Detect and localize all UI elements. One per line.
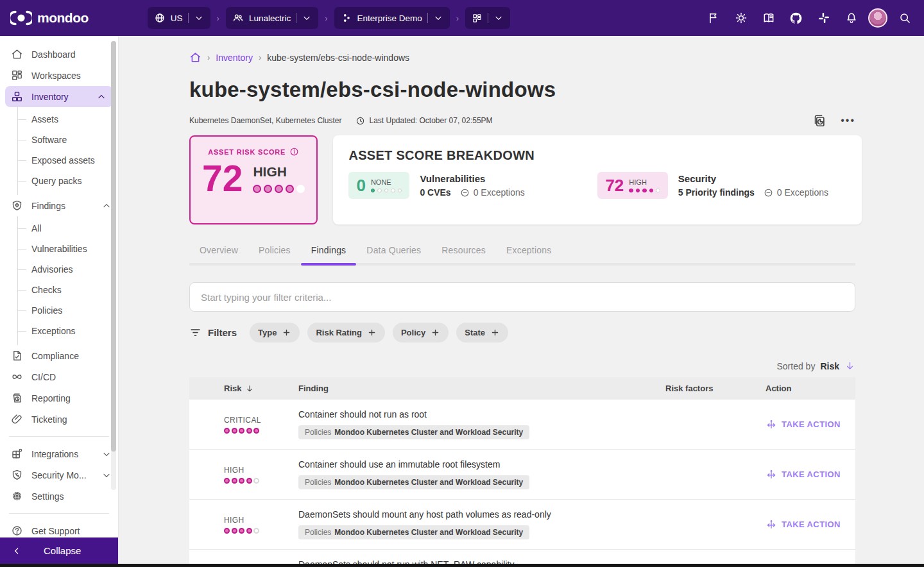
sidebar-item-ci-cd[interactable]: CI/CD <box>0 366 118 387</box>
sidebar-item-compliance[interactable]: Compliance <box>0 345 118 366</box>
home-icon[interactable] <box>189 51 201 63</box>
sidebar-collapse-button[interactable]: Collapse <box>0 537 119 564</box>
take-action-button[interactable]: TAKE ACTION <box>766 519 855 530</box>
filter-icon <box>189 326 201 339</box>
scope-separator: › <box>216 13 221 23</box>
sidebar-item-ticketing[interactable]: Ticketing <box>0 409 118 430</box>
sun-icon <box>735 12 748 24</box>
sidebar-subitem-query-packs[interactable]: Query packs <box>18 171 118 191</box>
sun-button[interactable] <box>730 8 751 29</box>
sidebar-subitem-exposed-assets[interactable]: Exposed assets <box>18 150 118 171</box>
sidebar-subitem-policies[interactable]: Policies <box>18 300 118 321</box>
sorted-by-label: Sorted by <box>776 361 815 371</box>
settings-icon <box>11 490 23 502</box>
sidebar-item-dashboard[interactable]: Dashboard <box>0 44 118 65</box>
book-button[interactable] <box>758 8 779 29</box>
policy-chip-prefix: Policies <box>305 428 331 437</box>
scope-separator: › <box>455 13 460 23</box>
breakdown-category: Security <box>678 173 828 184</box>
sidebar-subitem-checks[interactable]: Checks <box>18 280 118 300</box>
sidebar-subitem-vulnerabilities[interactable]: Vulnerabilities <box>18 239 118 259</box>
sidebar-item-integrations[interactable]: Integrations <box>0 443 118 464</box>
github-button[interactable] <box>785 8 807 29</box>
sort-direction-icon[interactable] <box>844 360 855 371</box>
scope-selector-lunalectric[interactable]: Lunalectric <box>226 7 318 29</box>
scope-selector-enterprise-demo[interactable]: Enterprise Demo <box>334 7 450 29</box>
sidebar-item-reporting[interactable]: Reporting <box>0 387 118 409</box>
finding-row[interactable]: CRITICALContainer should not run as root… <box>189 400 855 450</box>
sidebar-subitem-label: Policies <box>31 305 62 316</box>
breakdown-title: ASSET SCORE BREAKDOWN <box>348 148 846 163</box>
org-icon <box>341 12 352 24</box>
policy-chip: PoliciesMondoo Kubernetes Cluster and Wo… <box>298 425 529 439</box>
breadcrumb: › Inventory › kube-system/ebs-csi-node-w… <box>189 51 855 63</box>
tab-resources[interactable]: Resources <box>431 239 496 263</box>
sidebar-subitems: AssetsSoftwareExposed assetsQuery packs <box>17 107 118 195</box>
tab-policies[interactable]: Policies <box>248 239 301 263</box>
breakdown-item-vulnerabilities: 0NONEVulnerabilities0 CVEs0 Exceptions <box>348 172 597 199</box>
policy-chip-prefix: Policies <box>305 528 331 537</box>
filter-chip-risk-rating[interactable]: Risk Rating <box>307 323 385 343</box>
mondoo-logo-icon <box>10 10 32 26</box>
sidebar-item-security-mo[interactable]: Security Mo... <box>0 464 118 486</box>
take-action-button[interactable]: TAKE ACTION <box>766 469 855 480</box>
bell-button[interactable] <box>841 8 862 29</box>
finding-row[interactable]: HIGHDaemonSets should not run with NET_R… <box>189 550 855 564</box>
column-sort-icon[interactable] <box>245 384 254 393</box>
scope-selector-us[interactable]: US <box>148 7 210 29</box>
breakdown-detail: 5 Priority findings <box>678 187 755 198</box>
sidebar-item-label: CI/CD <box>31 372 112 382</box>
info-icon[interactable] <box>289 147 299 157</box>
report-copy-icon[interactable] <box>812 114 826 128</box>
sidebar-subitem-assets[interactable]: Assets <box>18 109 118 130</box>
col-risk[interactable]: Risk <box>224 384 241 393</box>
filter-chip-state[interactable]: State <box>456 323 508 343</box>
col-action: Action <box>766 384 855 393</box>
slack-button[interactable] <box>813 8 834 29</box>
col-risk-factors: Risk factors <box>665 384 766 393</box>
tab-findings[interactable]: Findings <box>301 239 357 263</box>
user-avatar[interactable] <box>868 8 887 28</box>
breakdown-item-security: 72HIGHSecurity5 Priority findings0 Excep… <box>597 172 846 199</box>
sidebar-item-findings[interactable]: Findings <box>0 195 118 216</box>
sidebar-subitem-advisories[interactable]: Advisories <box>18 259 118 280</box>
more-menu-button[interactable]: ••• <box>841 117 855 124</box>
tab-exceptions[interactable]: Exceptions <box>496 239 561 263</box>
breadcrumb-separator: › <box>207 53 210 62</box>
sidebar-subitem-software[interactable]: Software <box>18 130 118 150</box>
finding-row[interactable]: HIGHDaemonSets should mount any host pat… <box>189 500 855 550</box>
sidebar-subitem-label: All <box>31 223 42 233</box>
scope-selector-asset[interactable] <box>465 7 510 29</box>
sidebar-item-settings[interactable]: Settings <box>0 486 118 507</box>
asset-risk-score-card: ASSET RISK SCORE 72 HIGH <box>189 135 318 224</box>
filter-criteria-input[interactable] <box>189 282 855 312</box>
sidebar-subitem-label: Exceptions <box>31 326 75 336</box>
take-action-button[interactable]: TAKE ACTION <box>766 419 855 430</box>
main-area: › Inventory › kube-system/ebs-csi-node-w… <box>119 36 924 564</box>
filters-row: Filters TypeRisk RatingPolicyState <box>189 323 855 343</box>
mondoo-logo[interactable]: mondoo <box>10 10 89 26</box>
sort-field[interactable]: Risk <box>820 361 839 371</box>
tab-data-queries[interactable]: Data Queries <box>356 239 431 263</box>
chevron-down-icon <box>194 13 204 23</box>
policy-chip-name: Mondoo Kubernetes Cluster and Workload S… <box>334 528 523 537</box>
scope-label: Lunalectric <box>249 13 291 23</box>
sidebar-item-workspaces[interactable]: Workspaces <box>0 65 118 86</box>
finding-row[interactable]: HIGHContainer should use an immutable ro… <box>189 450 855 500</box>
sidebar-subitem-exceptions[interactable]: Exceptions <box>18 321 118 341</box>
flag-button[interactable] <box>703 8 724 29</box>
search-button[interactable] <box>894 8 915 29</box>
breadcrumb-link-inventory[interactable]: Inventory <box>216 53 253 63</box>
sidebar-scrollbar[interactable] <box>111 41 116 490</box>
asset-subtitle: Kubernetes DaemonSet, Kubernetes Cluster <box>189 116 341 125</box>
filter-chip-policy[interactable]: Policy <box>393 323 449 343</box>
workspaces-icon <box>11 69 23 81</box>
sidebar-subitem-all[interactable]: All <box>18 218 118 239</box>
sidebar-item-inventory[interactable]: Inventory <box>5 86 113 107</box>
sidebar: DashboardWorkspacesInventoryAssetsSoftwa… <box>0 36 119 567</box>
filter-chip-type[interactable]: Type <box>250 323 300 343</box>
risk-cell: CRITICAL <box>224 416 298 434</box>
sidebar-scrollbar-thumb[interactable] <box>111 41 116 452</box>
finding-cell: Container should not run as rootPolicies… <box>298 409 665 439</box>
tab-overview[interactable]: Overview <box>189 239 248 263</box>
